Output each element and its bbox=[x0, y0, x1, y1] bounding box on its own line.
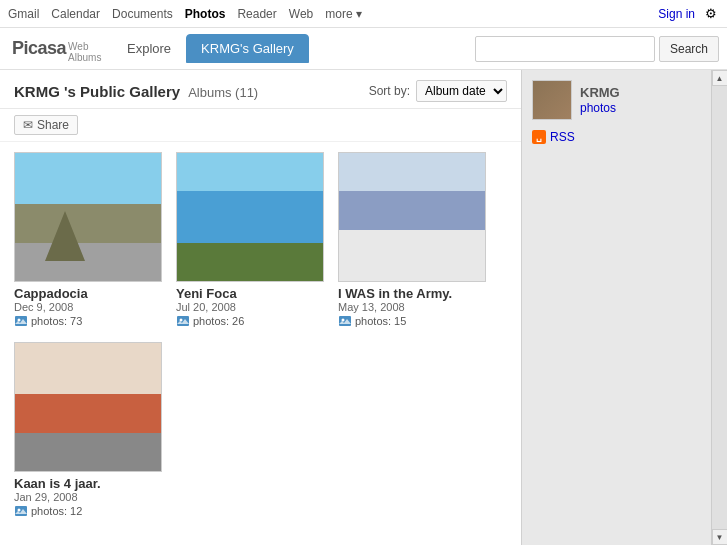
main-content: KRMG 's Public Gallery Albums (11) Sort … bbox=[0, 70, 521, 545]
sidebar-profile: KRMG photos bbox=[532, 80, 701, 120]
nav-calendar[interactable]: Calendar bbox=[51, 7, 100, 21]
settings-icon[interactable]: ⚙ bbox=[703, 6, 719, 22]
sort-label: Sort by: bbox=[369, 84, 410, 98]
content-area: KRMG 's Public Gallery Albums (11) Sort … bbox=[0, 70, 727, 545]
album-date: Jul 20, 2008 bbox=[176, 301, 324, 313]
album-thumbnail bbox=[14, 152, 162, 282]
profile-photos-link[interactable]: photos bbox=[580, 101, 616, 115]
album-date: May 13, 2008 bbox=[338, 301, 486, 313]
photos-label: photos: bbox=[355, 315, 391, 327]
logo-area: Picasa Web Albums Explore KRMG's Gallery bbox=[8, 34, 309, 63]
gallery-header: KRMG 's Public Gallery Albums (11) Sort … bbox=[0, 70, 521, 109]
album-thumbnail bbox=[176, 152, 324, 282]
album-thumbnail bbox=[14, 342, 162, 472]
header-bar: Picasa Web Albums Explore KRMG's Gallery… bbox=[0, 28, 727, 70]
svg-rect-6 bbox=[15, 506, 27, 516]
sort-area: Sort by: Album date Title bbox=[369, 80, 507, 102]
tab-krmg-gallery[interactable]: KRMG's Gallery bbox=[186, 34, 309, 63]
search-input[interactable] bbox=[475, 36, 655, 62]
share-button[interactable]: ✉ Share bbox=[14, 115, 78, 135]
album-item[interactable]: Cappadocia Dec 9, 2008 photos: 73 bbox=[14, 152, 162, 328]
share-bar: ✉ Share bbox=[0, 109, 521, 142]
profile-name: KRMG bbox=[580, 85, 620, 100]
album-thumbnail bbox=[338, 152, 486, 282]
top-navigation: Gmail Calendar Documents Photos Reader W… bbox=[0, 0, 727, 28]
svg-point-3 bbox=[180, 319, 183, 322]
profile-info: KRMG photos bbox=[580, 85, 620, 115]
nav-reader[interactable]: Reader bbox=[237, 7, 276, 21]
gallery-subtitle: Albums (11) bbox=[188, 85, 258, 100]
sort-select[interactable]: Album date Title bbox=[416, 80, 507, 102]
svg-rect-0 bbox=[15, 316, 27, 326]
album-item[interactable]: I WAS in the Army. May 13, 2008 photos: … bbox=[338, 152, 486, 328]
photo-icon bbox=[176, 314, 190, 328]
search-area: Search bbox=[475, 36, 719, 62]
svg-point-1 bbox=[18, 319, 21, 322]
album-grid: Cappadocia Dec 9, 2008 photos: 73 bbox=[0, 142, 521, 528]
nav-more[interactable]: more ▾ bbox=[325, 7, 362, 21]
svg-point-7 bbox=[18, 509, 21, 512]
album-photos: photos: 73 bbox=[14, 314, 162, 328]
album-item[interactable]: Yeni Foca Jul 20, 2008 photos: 26 bbox=[176, 152, 324, 328]
album-name: I WAS in the Army. bbox=[338, 286, 486, 301]
album-item[interactable]: Kaan is 4 jaar. Jan 29, 2008 photos: 12 bbox=[14, 342, 162, 518]
photos-label: photos: bbox=[193, 315, 229, 327]
photos-count: 73 bbox=[70, 315, 82, 327]
svg-rect-2 bbox=[177, 316, 189, 326]
album-name: Yeni Foca bbox=[176, 286, 324, 301]
album-date: Dec 9, 2008 bbox=[14, 301, 162, 313]
envelope-icon: ✉ bbox=[23, 118, 33, 132]
nav-photos[interactable]: Photos bbox=[185, 7, 226, 21]
nav-web[interactable]: Web bbox=[289, 7, 313, 21]
rss-link[interactable]: RSS bbox=[550, 130, 575, 144]
share-label: Share bbox=[37, 118, 69, 132]
picasa-text: Picasa bbox=[12, 38, 66, 59]
photo-icon bbox=[14, 504, 28, 518]
nav-documents[interactable]: Documents bbox=[112, 7, 173, 21]
sidebar-rss: ␣ RSS bbox=[532, 130, 701, 144]
avatar bbox=[532, 80, 572, 120]
photos-count: 26 bbox=[232, 315, 244, 327]
search-button[interactable]: Search bbox=[659, 36, 719, 62]
rss-icon: ␣ bbox=[532, 130, 546, 144]
photos-label: photos: bbox=[31, 315, 67, 327]
header-tabs: Explore KRMG's Gallery bbox=[112, 34, 309, 63]
album-photos: photos: 15 bbox=[338, 314, 486, 328]
photos-count: 12 bbox=[70, 505, 82, 517]
web-albums-text: Web Albums bbox=[68, 41, 101, 63]
photo-icon bbox=[338, 314, 352, 328]
photos-count: 15 bbox=[394, 315, 406, 327]
gallery-title: KRMG 's Public Gallery bbox=[14, 83, 180, 100]
album-photos: photos: 12 bbox=[14, 504, 162, 518]
gallery-title-area: KRMG 's Public Gallery Albums (11) bbox=[14, 83, 258, 100]
svg-rect-4 bbox=[339, 316, 351, 326]
scroll-down-arrow[interactable]: ▼ bbox=[712, 529, 728, 545]
album-date: Jan 29, 2008 bbox=[14, 491, 162, 503]
signin-link[interactable]: Sign in bbox=[658, 7, 695, 21]
top-nav-links: Gmail Calendar Documents Photos Reader W… bbox=[8, 7, 362, 21]
album-name: Kaan is 4 jaar. bbox=[14, 476, 162, 491]
album-photos: photos: 26 bbox=[176, 314, 324, 328]
scrollbar: ▲ ▼ bbox=[711, 70, 727, 545]
tab-explore[interactable]: Explore bbox=[112, 34, 186, 63]
scroll-track[interactable] bbox=[712, 86, 727, 529]
album-name: Cappadocia bbox=[14, 286, 162, 301]
picasa-logo: Picasa Web Albums bbox=[8, 35, 88, 63]
scroll-up-arrow[interactable]: ▲ bbox=[712, 70, 728, 86]
photo-icon bbox=[14, 314, 28, 328]
sidebar: KRMG photos ␣ RSS bbox=[521, 70, 711, 545]
photos-label: photos: bbox=[31, 505, 67, 517]
top-nav-right: Sign in ⚙ bbox=[658, 6, 719, 22]
nav-gmail[interactable]: Gmail bbox=[8, 7, 39, 21]
